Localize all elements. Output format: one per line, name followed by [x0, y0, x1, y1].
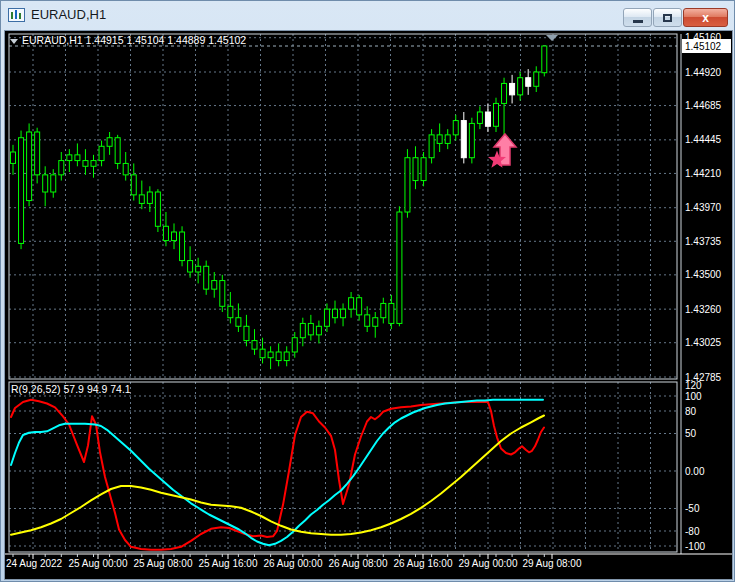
candle-body [485, 112, 490, 126]
candle-body [429, 135, 434, 158]
candle-body [324, 309, 329, 326]
time-axis-label: 24 Aug 2022 [6, 558, 63, 569]
candle-body [59, 161, 64, 175]
candle-body [413, 158, 418, 181]
candle-body [397, 212, 402, 323]
symbol-dropdown-icon[interactable] [10, 39, 18, 44]
candle-body [139, 195, 144, 204]
candle-body [469, 123, 474, 157]
shift-marker-icon [546, 35, 558, 41]
candle-body [188, 261, 193, 272]
minimize-icon [633, 20, 643, 23]
candle-body [35, 132, 40, 175]
candle-body [453, 121, 458, 135]
main-plot-frame [9, 34, 677, 379]
candle-body [477, 112, 482, 123]
time-axis-label: 25 Aug 08:00 [134, 558, 193, 569]
candle-body [204, 266, 209, 289]
candle-body [220, 281, 225, 307]
app-icon [8, 7, 25, 23]
chart-window: EURAUD,H1 x 1.451601.449201.446851.44445… [0, 0, 735, 582]
candle-body [244, 326, 249, 340]
window-controls: x [623, 8, 728, 27]
indicator-axis-label: -80 [685, 526, 700, 537]
candle-body [349, 298, 354, 309]
indicator-axis-label: 0.00 [685, 466, 705, 477]
chart-client-area[interactable]: 1.451601.449201.446851.444451.442101.439… [4, 30, 733, 580]
candle-body [131, 175, 136, 195]
candle-body [534, 72, 539, 86]
titlebar[interactable]: EURAUD,H1 x [1, 1, 734, 30]
price-axis-label: 1.43500 [685, 269, 722, 280]
candle-body [107, 138, 112, 147]
candle-body [518, 78, 523, 95]
candle-body [292, 338, 297, 352]
indicator-axis-label: 120 [685, 380, 702, 391]
indicator-plot-frame [9, 382, 677, 552]
candle-body [196, 266, 201, 272]
candle-body [421, 158, 426, 181]
candle-body [300, 323, 305, 337]
close-button[interactable]: x [683, 8, 728, 27]
candle-body [381, 303, 386, 317]
candle-body [252, 341, 257, 350]
candle-body [180, 232, 185, 261]
candle-body [542, 46, 547, 73]
chart-header-ohlc: EURAUD,H1 1.44915 1.45104 1.44889 1.4510… [22, 34, 246, 46]
price-axis-label: 1.44210 [685, 168, 722, 179]
price-axis-label: 1.43735 [685, 236, 722, 247]
candle-body [155, 192, 160, 226]
indicator-axis-label: 50 [685, 428, 697, 439]
candle-body [284, 352, 289, 361]
time-axis-label: 26 Aug 16:00 [394, 558, 453, 569]
candle-body [228, 306, 233, 317]
candle-body [11, 152, 16, 163]
current-price-label: 1.45102 [685, 41, 722, 52]
time-axis-label: 29 Aug 00:00 [459, 558, 518, 569]
candle-body [75, 155, 80, 161]
candle-body [147, 192, 152, 203]
price-axis-label: 1.43025 [685, 337, 722, 348]
maximize-icon [663, 14, 672, 22]
candle-body [115, 138, 120, 164]
candle-body [365, 315, 370, 326]
indicator-axis-label: 80 [685, 406, 697, 417]
price-axis-label: 1.43260 [685, 304, 722, 315]
candle-body [51, 175, 56, 192]
candle-body [526, 78, 531, 87]
time-axis-label: 25 Aug 16:00 [199, 558, 258, 569]
candle-body [123, 163, 128, 174]
price-axis-label: 1.44685 [685, 100, 722, 111]
candle-body [67, 155, 72, 161]
price-axis-label: 1.44920 [685, 67, 722, 78]
maximize-button[interactable] [653, 8, 682, 27]
candle-body [308, 323, 313, 334]
window-title: EURAUD,H1 [31, 7, 106, 22]
minimize-button[interactable] [623, 8, 652, 27]
time-axis-label: 26 Aug 00:00 [264, 558, 323, 569]
indicator-axis-label: 100 [685, 391, 702, 402]
chart-canvas[interactable]: 1.451601.449201.446851.444451.442101.439… [5, 31, 732, 579]
indicator-axis-label: -50 [685, 503, 700, 514]
close-icon: x [702, 11, 709, 25]
candle-body [172, 232, 177, 241]
indicator-axis-label: -100 [685, 541, 705, 552]
candle-body [357, 298, 362, 315]
candle-body [437, 135, 442, 144]
candle-body [236, 318, 241, 327]
candle-body [494, 103, 499, 126]
price-axis-label: 1.43970 [685, 202, 722, 213]
candle-body [91, 161, 96, 167]
candle-body [99, 146, 104, 160]
candle-body [260, 349, 265, 358]
time-axis-label: 26 Aug 08:00 [329, 558, 388, 569]
candle-body [43, 175, 48, 192]
candle-body [389, 303, 394, 323]
candle-body [461, 121, 466, 158]
candle-body [316, 326, 321, 335]
candle-body [341, 309, 346, 318]
candle-body [276, 352, 281, 361]
candle-body [502, 83, 507, 103]
candle-body [212, 281, 217, 290]
candle-body [163, 226, 168, 240]
